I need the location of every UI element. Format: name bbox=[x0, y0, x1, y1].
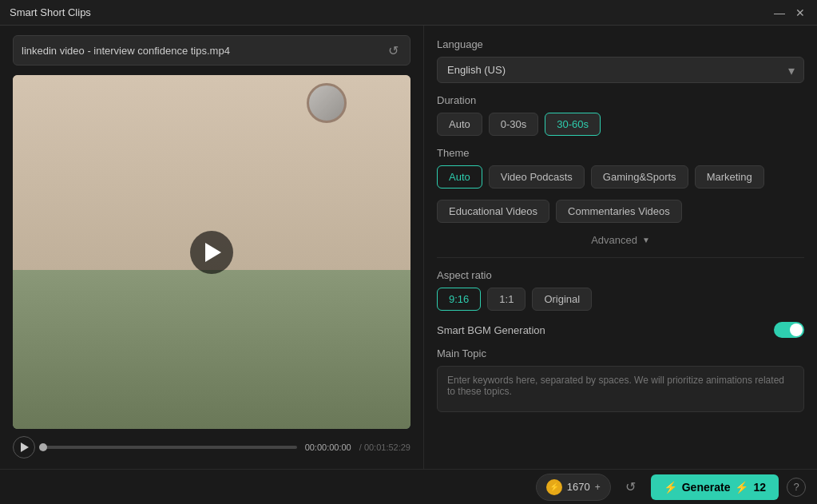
language-label: Language bbox=[437, 38, 804, 50]
theme-video-podcasts-button[interactable]: Video Podcasts bbox=[489, 165, 585, 189]
separator-line bbox=[437, 257, 804, 258]
generate-button[interactable]: ⚡ Generate ⚡ 12 bbox=[651, 474, 779, 500]
play-button[interactable] bbox=[13, 436, 35, 458]
advanced-label: Advanced bbox=[591, 234, 637, 246]
main-topic-input[interactable] bbox=[437, 366, 804, 412]
play-overlay-button[interactable] bbox=[190, 231, 233, 274]
file-bar: linkedin video - interview confidence ti… bbox=[13, 35, 410, 65]
aspect-9-16-button[interactable]: 9:16 bbox=[437, 288, 481, 311]
theme-marketing-button[interactable]: Marketing bbox=[695, 165, 764, 189]
right-panel: Language English (US) English (UK) Spani… bbox=[423, 26, 817, 469]
theme-auto-button[interactable]: Auto bbox=[437, 165, 482, 189]
theme-label: Theme bbox=[437, 147, 804, 159]
minimize-button[interactable]: — bbox=[772, 6, 787, 20]
toggle-knob bbox=[790, 323, 803, 336]
credits-icon-symbol: ⚡ bbox=[549, 482, 559, 491]
time-separator: / bbox=[359, 442, 362, 452]
duration-30-60s-button[interactable]: 30-60s bbox=[545, 113, 601, 136]
credits-icon: ⚡ bbox=[546, 479, 562, 495]
play-icon bbox=[205, 243, 221, 262]
left-panel: linkedin video - interview confidence ti… bbox=[0, 26, 423, 469]
credits-button[interactable]: ⚡ 1670 + bbox=[536, 474, 611, 501]
language-select[interactable]: English (US) English (UK) Spanish French… bbox=[437, 57, 804, 83]
theme-gaming-sports-button[interactable]: Gaming&Sports bbox=[591, 165, 688, 189]
duration-0-30s-button[interactable]: 0-30s bbox=[489, 113, 539, 136]
file-name: linkedin video - interview confidence ti… bbox=[22, 45, 385, 57]
close-button[interactable]: ✕ bbox=[793, 6, 807, 20]
aspect-ratio-options: 9:16 1:1 Original bbox=[437, 288, 804, 311]
duration-label: Duration bbox=[437, 94, 804, 106]
bgm-toggle-row: Smart BGM Generation bbox=[437, 322, 804, 338]
reload-button[interactable]: ↺ bbox=[385, 40, 402, 62]
time-total-value: 00:01:52:29 bbox=[364, 442, 410, 452]
bottom-bar: ⚡ 1670 + ↺ ⚡ Generate ⚡ 12 ? bbox=[0, 469, 817, 504]
video-container bbox=[13, 75, 410, 429]
aspect-1-1-button[interactable]: 1:1 bbox=[487, 288, 525, 311]
duration-options: Auto 0-30s 30-60s bbox=[437, 113, 804, 136]
credits-add-label: + bbox=[595, 482, 601, 493]
credits-value: 1670 bbox=[567, 481, 590, 493]
progress-thumb bbox=[39, 443, 47, 451]
aspect-ratio-label: Aspect ratio bbox=[437, 269, 804, 281]
time-total: / 00:01:52:29 bbox=[359, 442, 410, 452]
aspect-original-button[interactable]: Original bbox=[532, 288, 592, 311]
bgm-label: Smart BGM Generation bbox=[437, 324, 545, 336]
generate-icon: ⚡ bbox=[664, 481, 677, 494]
time-current: 00:00:00:00 bbox=[305, 442, 351, 452]
theme-options-row1: Auto Video Podcasts Gaming&Sports Market… bbox=[437, 165, 804, 189]
duration-auto-button[interactable]: Auto bbox=[437, 113, 482, 136]
theme-commentaries-button[interactable]: Commentaries Videos bbox=[556, 200, 682, 223]
refresh-button[interactable]: ↺ bbox=[619, 475, 643, 499]
bgm-toggle[interactable] bbox=[774, 322, 804, 338]
mirror-decoration bbox=[307, 83, 347, 123]
app-title: Smart Short Clips bbox=[10, 6, 91, 18]
main-content: linkedin video - interview confidence ti… bbox=[0, 26, 817, 469]
generate-icon2: ⚡ bbox=[735, 481, 748, 494]
scene-floor bbox=[13, 270, 410, 429]
theme-educational-button[interactable]: Educational Videos bbox=[437, 200, 549, 223]
language-selector-wrapper: English (US) English (UK) Spanish French… bbox=[437, 57, 804, 83]
video-frame bbox=[13, 75, 410, 429]
progress-bar[interactable] bbox=[43, 446, 297, 449]
generate-label: Generate bbox=[682, 481, 731, 494]
help-button[interactable]: ? bbox=[787, 478, 806, 497]
title-bar: Smart Short Clips — ✕ bbox=[0, 0, 817, 26]
controls-bar: 00:00:00:00 / 00:01:52:29 bbox=[13, 435, 410, 459]
play-button-icon bbox=[21, 442, 29, 452]
advanced-chevron-icon: ▼ bbox=[642, 236, 650, 244]
advanced-toggle[interactable]: Advanced ▼ bbox=[437, 234, 804, 246]
theme-options-row2: Educational Videos Commentaries Videos bbox=[437, 200, 804, 223]
main-topic-label: Main Topic bbox=[437, 347, 804, 359]
window-controls: — ✕ bbox=[772, 6, 807, 20]
generate-count: 12 bbox=[753, 481, 766, 494]
